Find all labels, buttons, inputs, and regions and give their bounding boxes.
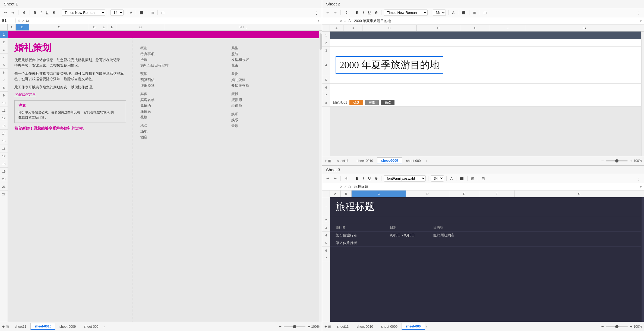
- s2-borders-icon[interactable]: ⊞: [472, 10, 477, 15]
- s3-more-icon[interactable]: ⋮: [636, 176, 641, 182]
- formula-input[interactable]: [31, 18, 316, 23]
- col-header-E[interactable]: E: [100, 24, 108, 30]
- s2-underline-button[interactable]: U: [367, 10, 372, 15]
- toolbar-more-icon[interactable]: ⋮: [314, 10, 319, 16]
- toc-item-music[interactable]: 音乐: [231, 123, 311, 128]
- s3-ch-E[interactable]: E: [449, 191, 479, 197]
- s2-undo-button[interactable]: ↩: [325, 10, 331, 15]
- s3-ch-F[interactable]: F: [479, 191, 514, 197]
- toc-item-catering[interactable]: 餐饮服务商: [231, 83, 311, 88]
- s2-ch-D[interactable]: D: [417, 25, 460, 31]
- s3-ch-C[interactable]: C: [352, 191, 406, 197]
- font-select[interactable]: Times New Roman Arial Calibri: [62, 10, 105, 16]
- col-header-D[interactable]: D: [89, 24, 100, 30]
- s2-zoom-out[interactable]: −: [601, 158, 604, 163]
- italic-button[interactable]: I: [39, 10, 43, 15]
- underline-button[interactable]: U: [45, 10, 50, 15]
- s2-formula-expand-icon[interactable]: ▾: [640, 19, 642, 23]
- s2-size-select[interactable]: 36: [433, 10, 446, 16]
- font-size-select[interactable]: 14 12 16 18: [111, 10, 124, 16]
- toc-item-videographer[interactable]: 录像师: [231, 103, 311, 108]
- s3-tab-sheet0009[interactable]: sheet-0009: [377, 323, 402, 330]
- s3-scrollbar[interactable]: [641, 197, 644, 322]
- s3-zoom-out[interactable]: −: [601, 324, 604, 329]
- toc-item-gifts[interactable]: 礼物: [140, 115, 220, 120]
- s2-font-select[interactable]: Times New Roman: [384, 10, 428, 16]
- col-header-A[interactable]: A: [8, 24, 16, 30]
- zoom-out-button[interactable]: −: [279, 324, 282, 329]
- s3-ch-B[interactable]: B: [341, 191, 352, 197]
- s2-ch-G[interactable]: G: [525, 25, 644, 31]
- s3-expand-icon[interactable]: ▾: [640, 185, 642, 189]
- s2-merge-icon[interactable]: ⊟: [482, 10, 488, 15]
- s2-tab-sheet0009[interactable]: sheet-0009: [377, 157, 402, 164]
- s2-more-icon[interactable]: ⋮: [636, 10, 641, 16]
- borders-icon[interactable]: ⊞: [150, 10, 155, 15]
- s3-tab-sheet000[interactable]: sheet-000: [402, 323, 425, 330]
- s2-add-sheet-icon[interactable]: +: [324, 158, 327, 163]
- toc-item-invitations[interactable]: 邀请函: [140, 103, 220, 108]
- scrollbar-v[interactable]: [319, 31, 322, 322]
- toc-item-bouquet[interactable]: 花束: [231, 63, 311, 68]
- s3-italic-button[interactable]: I: [361, 176, 365, 181]
- print-button[interactable]: 🖨: [21, 10, 27, 15]
- toc-item-cake[interactable]: 婚礼蛋糕: [231, 77, 311, 82]
- col-header-C[interactable]: C: [29, 24, 89, 30]
- tab-sheet000[interactable]: sheet-000: [80, 323, 102, 330]
- zoom-thumb[interactable]: [293, 325, 296, 328]
- s2-redo-button[interactable]: ↪: [332, 10, 338, 15]
- s3-ch-G[interactable]: G: [514, 191, 644, 197]
- s3-print-button[interactable]: 🖨: [343, 176, 349, 181]
- zoom-slider[interactable]: [284, 326, 305, 327]
- tab-sheet0010[interactable]: sheet-0010: [30, 323, 55, 330]
- s3-confirm-icon[interactable]: ✓: [344, 185, 347, 189]
- toc-item-todo[interactable]: 待办事项: [140, 52, 220, 57]
- col-header-F[interactable]: F: [108, 24, 116, 30]
- s2-tab-sheet11[interactable]: sheet11: [333, 158, 353, 164]
- s3-ch-A[interactable]: A: [330, 191, 341, 197]
- toc-item-clothing[interactable]: 服装: [231, 52, 311, 57]
- s2-confirm-icon[interactable]: ✓: [344, 19, 347, 23]
- s2-tab-sheet0010[interactable]: sheet-0010: [353, 158, 377, 164]
- s2-ch-F[interactable]: F: [490, 25, 525, 31]
- tab-sheet0009[interactable]: sheet-0009: [55, 323, 80, 330]
- s2-font-color-icon[interactable]: A: [451, 10, 456, 15]
- s2-highlight-icon[interactable]: ⬛: [461, 10, 467, 15]
- s3-zoom-slider[interactable]: [606, 326, 628, 327]
- s3-underline-button[interactable]: U: [367, 176, 372, 181]
- s3-bold-button[interactable]: B: [355, 176, 360, 181]
- scrollbar-thumb[interactable]: [320, 33, 322, 50]
- toc-item-seating[interactable]: 座位表: [140, 109, 220, 114]
- s3-strikethrough-button[interactable]: S: [374, 176, 379, 181]
- bold-button[interactable]: B: [32, 10, 37, 15]
- toc-item-budget-detail[interactable]: 详细预算: [140, 83, 220, 88]
- s2-zoom-slider[interactable]: [606, 160, 628, 161]
- s2-ch-A[interactable]: A: [330, 25, 343, 31]
- formula-expand-icon[interactable]: ▾: [318, 18, 320, 23]
- s2-zoom-in[interactable]: +: [630, 158, 632, 163]
- confirm-icon[interactable]: ✓: [22, 18, 25, 23]
- tab-sheet11[interactable]: sheet11: [11, 323, 30, 330]
- toc-item-entertainment[interactable]: 娱乐: [231, 118, 311, 123]
- col-header-B[interactable]: B: [16, 24, 29, 30]
- s3-sheets-icon[interactable]: ⊞: [328, 324, 331, 329]
- s2-sheets-icon[interactable]: ⊞: [328, 159, 331, 163]
- redo-button[interactable]: ↪: [10, 10, 16, 15]
- zoom-in-button[interactable]: +: [308, 324, 310, 329]
- share-link[interactable]: 了解如何共享: [14, 92, 126, 97]
- toc-item-venue[interactable]: 场地: [140, 129, 220, 134]
- s3-undo-button[interactable]: ↩: [325, 176, 331, 181]
- s2-print-button[interactable]: 🖨: [343, 10, 349, 15]
- s3-tab-sheet11[interactable]: sheet11: [333, 323, 353, 330]
- s3-zoom-in[interactable]: +: [630, 324, 632, 329]
- s3-ch-D[interactable]: D: [406, 191, 449, 197]
- s3-add-sheet-icon[interactable]: +: [324, 324, 327, 329]
- sheets-icon[interactable]: ⊞: [6, 324, 9, 329]
- s2-italic-button[interactable]: I: [361, 10, 365, 15]
- s3-tab-sheet0010[interactable]: sheet-0010: [353, 323, 377, 330]
- s3-tab-more[interactable]: ›: [425, 324, 428, 329]
- col-header-G[interactable]: G: [116, 24, 165, 30]
- undo-button[interactable]: ↩: [3, 10, 8, 15]
- toc-item-schedule[interactable]: 婚礼当日日程安排: [140, 63, 220, 68]
- s3-merge-icon[interactable]: ⊟: [481, 176, 486, 181]
